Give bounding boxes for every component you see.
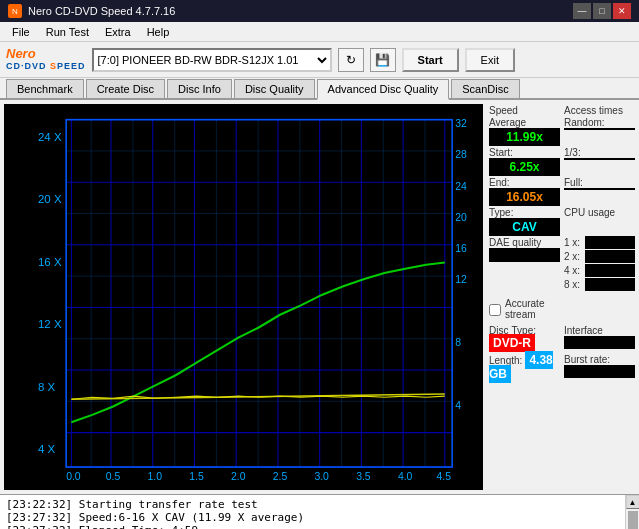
cpu1x-label: 1 x: [564, 237, 580, 248]
speed-section: Speed Access times Average 11.99x Random… [489, 104, 635, 291]
svg-text:4: 4 [455, 400, 461, 411]
disc-type-value: DVD-R [489, 334, 535, 352]
interface-value [564, 336, 635, 349]
accurate-stream-row: Accuratestream [489, 298, 635, 321]
scroll-up-button[interactable]: ▲ [626, 495, 640, 509]
exit-button[interactable]: Exit [465, 48, 515, 72]
window-controls[interactable]: — □ ✕ [573, 3, 631, 19]
start-label: Start: [489, 147, 513, 158]
nero-product: CD·DVD SPEED [6, 62, 86, 72]
burst-value [564, 365, 635, 378]
scroll-thumb[interactable] [628, 511, 638, 529]
menu-help[interactable]: Help [139, 24, 178, 40]
minimize-button[interactable]: — [573, 3, 591, 19]
type-label: Type: [489, 207, 513, 218]
burst-label: Burst rate: [564, 354, 610, 365]
interface-col: Interface [564, 324, 635, 350]
length-burst-row: Length: 4.38 GB Burst rate: [489, 353, 635, 381]
svg-text:3.0: 3.0 [314, 471, 329, 482]
menu-file[interactable]: File [4, 24, 38, 40]
cpu4x-label: 4 x: [564, 265, 580, 276]
nero-brand: Nero [6, 47, 86, 61]
full-col: Full: [564, 176, 635, 206]
log-line-2: [23:27:32] Speed:6-16 X CAV (11.99 X ave… [6, 511, 619, 524]
random-label: Random: [564, 117, 605, 128]
full-value [564, 188, 635, 190]
svg-text:20 X: 20 X [38, 193, 62, 205]
svg-text:2.0: 2.0 [231, 471, 246, 482]
svg-text:24: 24 [455, 181, 467, 192]
svg-text:16 X: 16 X [38, 256, 62, 268]
random-value [564, 128, 635, 130]
cpu-values-col: 1 x: 2 x: 4 x: 8 x: [564, 236, 635, 291]
svg-text:12: 12 [455, 274, 467, 285]
full-label: Full: [564, 177, 583, 188]
average-label: Average [489, 117, 526, 128]
menu-extra[interactable]: Extra [97, 24, 139, 40]
cpu4x-value [585, 264, 635, 277]
main-content: 24 X 20 X 16 X 12 X 8 X 4 X 32 28 24 20 … [0, 100, 639, 494]
onethird-label: 1/3: [564, 147, 581, 158]
tab-disc-quality[interactable]: Disc Quality [234, 79, 315, 98]
maximize-button[interactable]: □ [593, 3, 611, 19]
app-icon: N [8, 4, 22, 18]
svg-text:1.5: 1.5 [189, 471, 204, 482]
svg-text:4.0: 4.0 [398, 471, 413, 482]
type-col: Type: CAV [489, 206, 560, 236]
accurate-stream-checkbox[interactable] [489, 304, 501, 316]
end-full-row: End: 16.05x Full: [489, 176, 635, 206]
type-value: CAV [489, 218, 560, 236]
save-button[interactable]: 💾 [370, 48, 396, 72]
access-times-label: Access times [564, 105, 623, 116]
toolbar: Nero CD·DVD SPEED [7:0] PIONEER BD-RW BD… [0, 42, 639, 78]
cpu1x-value [585, 236, 635, 249]
speed-access-header: Speed Access times [489, 104, 635, 116]
tab-disc-info[interactable]: Disc Info [167, 79, 232, 98]
average-random-row: Average 11.99x Random: [489, 116, 635, 146]
cpu2x-label: 2 x: [564, 251, 580, 262]
disc-type-row: Disc Type: DVD-R Interface [489, 324, 635, 350]
tab-scan-disc[interactable]: ScanDisc [451, 79, 519, 98]
average-col: Average 11.99x [489, 116, 560, 146]
svg-text:4.5: 4.5 [437, 471, 452, 482]
svg-text:8: 8 [455, 337, 461, 348]
tab-benchmark[interactable]: Benchmark [6, 79, 84, 98]
dae-label: DAE quality [489, 237, 541, 248]
svg-text:20: 20 [455, 212, 467, 223]
length-col: Length: 4.38 GB [489, 353, 560, 381]
log-content: [23:22:32] Starting transfer rate test [… [0, 495, 625, 529]
accurate-stream-label: Accuratestream [505, 298, 544, 320]
nero-logo: Nero CD·DVD SPEED [6, 47, 86, 71]
menu-bar: File Run Test Extra Help [0, 22, 639, 42]
svg-text:28: 28 [455, 149, 467, 160]
svg-text:1.0: 1.0 [148, 471, 163, 482]
dae-value [489, 248, 560, 262]
svg-text:16: 16 [455, 243, 467, 254]
average-value: 11.99x [489, 128, 560, 146]
svg-text:0.5: 0.5 [106, 471, 121, 482]
log-area: [23:22:32] Starting transfer rate test [… [0, 494, 639, 529]
device-selector[interactable]: [7:0] PIONEER BD-RW BDR-S12JX 1.01 [92, 48, 332, 72]
type-cpu-row: Type: CAV CPU usage [489, 206, 635, 236]
end-col: End: 16.05x [489, 176, 560, 206]
onethird-value [564, 158, 635, 160]
random-col: Random: [564, 116, 635, 146]
cpu8x-value [585, 278, 635, 291]
onethird-col: 1/3: [564, 146, 635, 176]
title-bar: N Nero CD-DVD Speed 4.7.7.16 — □ ✕ [0, 0, 639, 22]
menu-run-test[interactable]: Run Test [38, 24, 97, 40]
interface-label: Interface [564, 325, 603, 336]
cpu8x-label: 8 x: [564, 279, 580, 290]
svg-text:24 X: 24 X [38, 131, 62, 143]
close-button[interactable]: ✕ [613, 3, 631, 19]
refresh-button[interactable]: ↻ [338, 48, 364, 72]
tab-advanced-disc-quality[interactable]: Advanced Disc Quality [317, 79, 450, 100]
dae-col: DAE quality [489, 236, 560, 291]
tab-create-disc[interactable]: Create Disc [86, 79, 165, 98]
title-bar-left: N Nero CD-DVD Speed 4.7.7.16 [8, 4, 175, 18]
start-col: Start: 6.25x [489, 146, 560, 176]
svg-text:8 X: 8 X [38, 381, 56, 393]
start-button[interactable]: Start [402, 48, 459, 72]
log-scrollbar: ▲ ▼ [625, 495, 639, 529]
log-line-1: [23:22:32] Starting transfer rate test [6, 498, 619, 511]
